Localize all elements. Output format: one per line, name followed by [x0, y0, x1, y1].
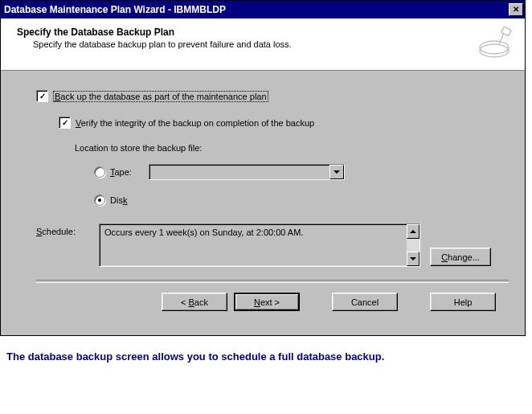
titlebar: Database Maintenance Plan Wizard - IBMMB…	[1, 1, 525, 18]
close-icon: ✕	[513, 6, 519, 14]
backup-icon	[477, 27, 515, 62]
back-button[interactable]: < Back	[162, 293, 227, 311]
help-button[interactable]: Help	[430, 293, 496, 311]
tape-radio-row[interactable]: Tape:	[94, 164, 509, 180]
schedule-text: Occurs every 1 week(s) on Sunday, at 2:0…	[100, 224, 407, 266]
schedule-label: Schedule:	[36, 223, 99, 236]
chevron-up-icon	[410, 230, 416, 233]
window-title: Database Maintenance Plan Wizard - IBMMB…	[4, 4, 226, 15]
chevron-down-icon	[410, 257, 416, 260]
chevron-down-icon	[334, 170, 340, 174]
scroll-up-button[interactable]	[407, 224, 419, 239]
tape-dropdown[interactable]	[149, 164, 345, 180]
wizard-footer: < Back Next > Cancel Help	[36, 293, 509, 322]
wizard-header: Specify the Database Backup Plan Specify…	[1, 18, 525, 71]
change-button[interactable]: Change...	[430, 248, 491, 266]
next-button[interactable]: Next >	[234, 293, 300, 311]
verify-checkbox[interactable]	[59, 117, 71, 129]
schedule-row: Schedule: Occurs every 1 week(s) on Sund…	[36, 223, 509, 267]
cancel-button[interactable]: Cancel	[332, 293, 398, 311]
tape-radio-label: Tape:	[110, 167, 141, 177]
backup-checkbox-label: Back up the database as part of the main…	[53, 91, 268, 102]
svg-point-0	[480, 44, 509, 57]
divider	[36, 280, 509, 283]
figure-caption: The database backup screen allows you to…	[0, 336, 532, 371]
page-subtitle: Specify the database backup plan to prev…	[33, 39, 292, 49]
schedule-textbox[interactable]: Occurs every 1 week(s) on Sunday, at 2:0…	[99, 223, 420, 267]
tape-dropdown-button[interactable]	[329, 165, 344, 179]
disk-radio-label: Disk	[110, 195, 141, 205]
disk-radio-row[interactable]: Disk	[94, 195, 509, 206]
svg-point-1	[480, 41, 509, 54]
tape-dropdown-value	[149, 165, 329, 179]
verify-checkbox-row[interactable]: Verify the integrity of the backup on co…	[59, 117, 509, 129]
close-button[interactable]: ✕	[509, 3, 523, 16]
location-label: Location to store the backup file:	[75, 143, 509, 153]
scroll-down-button[interactable]	[407, 252, 419, 266]
backup-checkbox[interactable]	[36, 90, 48, 102]
wizard-window: Database Maintenance Plan Wizard - IBMMB…	[0, 0, 526, 336]
page-title: Specify the Database Backup Plan	[17, 27, 292, 38]
verify-checkbox-label: Verify the integrity of the backup on co…	[76, 118, 314, 128]
disk-radio[interactable]	[94, 195, 105, 206]
backup-checkbox-row[interactable]: Back up the database as part of the main…	[36, 90, 509, 102]
schedule-scrollbar[interactable]	[407, 224, 419, 266]
tape-radio[interactable]	[94, 166, 105, 178]
wizard-body: Back up the database as part of the main…	[1, 71, 525, 335]
header-text: Specify the Database Backup Plan Specify…	[17, 27, 292, 49]
